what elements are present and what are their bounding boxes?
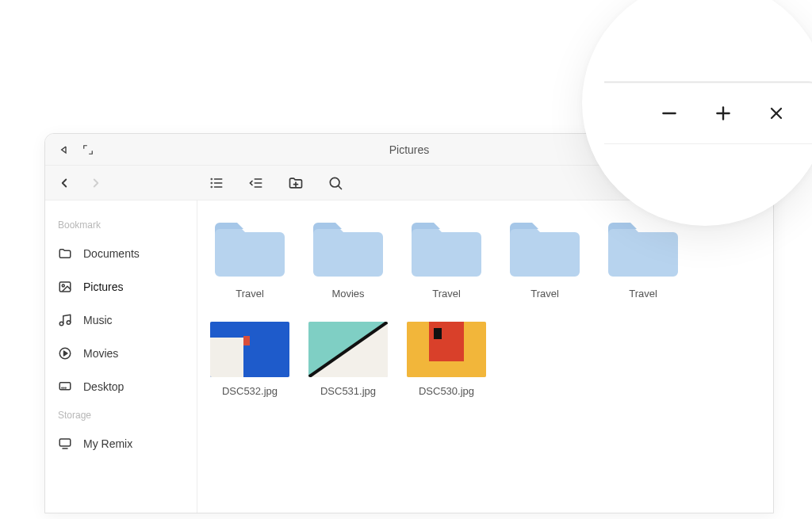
svg-point-14 <box>62 284 64 287</box>
svg-point-21 <box>63 387 64 388</box>
file-grid: Travel Movies Travel Travel Travel <box>210 219 760 397</box>
picture-icon <box>58 280 72 294</box>
folder-tile[interactable]: Movies <box>308 219 388 300</box>
folder-icon <box>58 246 72 261</box>
zoom-window-fragment <box>604 82 812 185</box>
monitor-icon <box>58 437 72 451</box>
window-body: Bookmark Documents Pictures Music <box>45 200 773 513</box>
folder-tile[interactable]: Travel <box>407 219 486 300</box>
maximize-button[interactable] <box>713 103 733 124</box>
sidebar-item-label: Desktop <box>83 380 124 393</box>
folder-icon <box>407 219 486 280</box>
folder-tile[interactable]: Travel <box>603 219 683 300</box>
tile-label: DSC530.jpg <box>419 385 474 397</box>
content-area: Travel Movies Travel Travel Travel <box>197 200 773 513</box>
sidebar-item-music[interactable]: Music <box>45 303 197 337</box>
history-forward-button <box>88 175 104 191</box>
folder-icon <box>210 219 289 280</box>
sidebar-item-label: My Remix <box>83 437 132 450</box>
svg-point-22 <box>65 387 66 388</box>
sidebar-section-bookmark: Bookmark <box>45 213 197 237</box>
toolbar-navigation <box>56 175 196 191</box>
zoom-window-controls <box>604 82 812 144</box>
list-view-button[interactable] <box>209 175 224 191</box>
sidebar-section-storage: Storage <box>45 403 197 427</box>
svg-rect-26 <box>210 338 243 377</box>
new-folder-button[interactable] <box>288 175 304 191</box>
svg-point-16 <box>67 321 71 325</box>
sidebar-item-label: Pictures <box>83 280 124 293</box>
sidebar-item-pictures[interactable]: Pictures <box>45 270 197 303</box>
svg-point-5 <box>211 186 212 187</box>
tile-label: DSC531.jpg <box>320 385 376 397</box>
tile-label: DSC532.jpg <box>222 385 278 397</box>
sidebar-item-label: Documents <box>83 247 140 260</box>
folder-icon <box>505 219 584 280</box>
svg-rect-23 <box>59 439 71 446</box>
play-icon <box>58 346 72 361</box>
svg-rect-27 <box>243 336 250 345</box>
sidebar-item-movies[interactable]: Movies <box>45 337 197 370</box>
folder-tile[interactable]: Travel <box>505 219 584 300</box>
svg-point-15 <box>59 322 63 326</box>
music-icon <box>58 313 72 327</box>
fullscreen-toggle-icon[interactable] <box>80 142 96 158</box>
desktop-icon <box>58 380 72 394</box>
svg-marker-18 <box>64 351 68 356</box>
search-button[interactable] <box>327 175 343 191</box>
svg-line-12 <box>339 185 342 189</box>
window-title: Pictures <box>389 143 430 156</box>
tile-label: Travel <box>236 288 264 300</box>
minimize-button[interactable] <box>659 103 680 124</box>
sidebar-item-label: Music <box>83 314 113 326</box>
image-tile[interactable]: DSC530.jpg <box>407 322 486 397</box>
sidebar: Bookmark Documents Pictures Music <box>45 200 197 513</box>
svg-point-20 <box>62 387 63 388</box>
svg-rect-32 <box>429 322 464 361</box>
sort-button[interactable] <box>248 175 264 191</box>
tile-label: Movies <box>331 288 364 300</box>
svg-rect-19 <box>59 383 71 390</box>
close-button[interactable] <box>767 104 786 123</box>
svg-rect-33 <box>434 328 442 339</box>
sidebar-item-label: Movies <box>83 347 118 360</box>
image-tile[interactable]: DSC532.jpg <box>210 322 289 397</box>
image-tile[interactable]: DSC531.jpg <box>308 322 388 397</box>
svg-point-4 <box>211 182 212 183</box>
tile-label: Travel <box>432 288 461 300</box>
image-thumbnail <box>210 322 289 377</box>
toolbar-actions <box>209 175 343 191</box>
folder-icon <box>603 219 683 280</box>
sidebar-item-myremix[interactable]: My Remix <box>45 427 197 460</box>
history-back-button[interactable] <box>56 175 72 191</box>
tile-label: Travel <box>629 288 657 300</box>
sidebar-item-documents[interactable]: Documents <box>45 237 197 270</box>
folder-tile[interactable]: Travel <box>210 219 289 300</box>
image-thumbnail <box>407 322 486 377</box>
back-nav-icon[interactable] <box>56 142 72 158</box>
titlebar-left-controls <box>56 142 96 158</box>
sidebar-item-desktop[interactable]: Desktop <box>45 370 197 403</box>
svg-point-3 <box>211 178 212 179</box>
folder-icon <box>308 219 388 280</box>
tile-label: Travel <box>530 288 559 300</box>
image-thumbnail <box>308 322 388 377</box>
